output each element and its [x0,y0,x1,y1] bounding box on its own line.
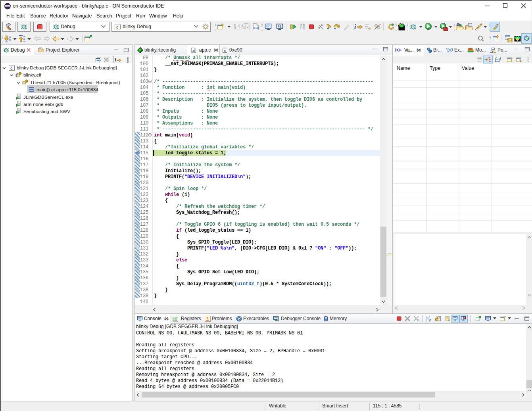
svg-text:i: i [354,23,356,30]
svg-text:i: i [115,57,116,63]
svg-text:010: 010 [254,26,259,30]
svg-text:0101: 0101 [173,319,179,322]
svg-text:c: c [116,25,119,29]
svg-text:x=: x= [447,51,450,53]
svg-text:c: c [10,66,13,71]
svg-text:.c: .c [192,49,195,53]
svg-text:c: c [224,49,226,53]
svg-text:C: C [509,38,512,42]
